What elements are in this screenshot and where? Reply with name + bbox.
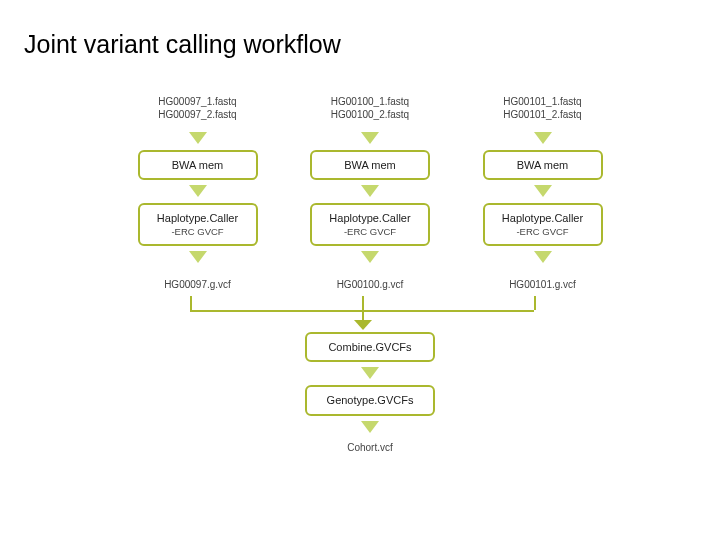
connector-line <box>534 296 536 310</box>
slide-title: Joint variant calling workflow <box>24 30 341 59</box>
hc-title: Haplotype.Caller <box>489 211 597 225</box>
arrow-down-icon <box>361 251 379 263</box>
fastq-file: HG00101_1.fastq <box>503 95 581 108</box>
arrow-down-icon <box>354 320 372 330</box>
parallel-lanes: HG00097_1.fastq HG00097_2.fastq BWA mem … <box>130 95 610 292</box>
connector-line <box>362 296 364 310</box>
arrow-down-icon <box>189 185 207 197</box>
hc-title: Haplotype.Caller <box>316 211 424 225</box>
hc-step-2: Haplotype.Caller -ERC GVCF <box>310 203 430 246</box>
bwa-step-1: BWA mem <box>138 150 258 180</box>
arrow-down-icon <box>189 251 207 263</box>
lane-3: HG00101_1.fastq HG00101_2.fastq BWA mem … <box>475 95 610 292</box>
bwa-step-3: BWA mem <box>483 150 603 180</box>
fastq-file: HG00100_1.fastq <box>331 95 409 108</box>
connector-line <box>190 296 192 310</box>
fastq-file: HG00097_2.fastq <box>158 108 236 121</box>
input-files-3: HG00101_1.fastq HG00101_2.fastq <box>503 95 581 121</box>
hc-title: Haplotype.Caller <box>144 211 252 225</box>
final-output: Cohort.vcf <box>347 442 393 453</box>
hc-step-1: Haplotype.Caller -ERC GVCF <box>138 203 258 246</box>
hc-opt: -ERC GVCF <box>489 226 597 238</box>
lane-2: HG00100_1.fastq HG00100_2.fastq BWA mem … <box>303 95 438 292</box>
arrow-down-icon <box>361 367 379 379</box>
gvcf-output-3: HG00101.g.vcf <box>509 279 576 290</box>
workflow-diagram: HG00097_1.fastq HG00097_2.fastq BWA mem … <box>130 95 610 453</box>
arrow-down-icon <box>361 421 379 433</box>
fastq-file: HG00101_2.fastq <box>503 108 581 121</box>
hc-step-3: Haplotype.Caller -ERC GVCF <box>483 203 603 246</box>
input-files-2: HG00100_1.fastq HG00100_2.fastq <box>331 95 409 121</box>
gvcf-output-1: HG00097.g.vcf <box>164 279 231 290</box>
gvcf-output-2: HG00100.g.vcf <box>337 279 404 290</box>
combine-step: Combine.GVCFs <box>305 332 435 362</box>
arrow-down-icon <box>189 132 207 144</box>
arrow-down-icon <box>534 132 552 144</box>
fastq-file: HG00097_1.fastq <box>158 95 236 108</box>
arrow-down-icon <box>534 185 552 197</box>
lane-1: HG00097_1.fastq HG00097_2.fastq BWA mem … <box>130 95 265 292</box>
connector-line <box>362 310 364 320</box>
arrow-down-icon <box>361 185 379 197</box>
joint-steps: Combine.GVCFs Genotype.GVCFs Cohort.vcf <box>130 332 610 453</box>
genotype-step: Genotype.GVCFs <box>305 385 435 415</box>
bwa-step-2: BWA mem <box>310 150 430 180</box>
merge-connector <box>130 296 610 332</box>
arrow-down-icon <box>534 251 552 263</box>
arrow-down-icon <box>361 132 379 144</box>
fastq-file: HG00100_2.fastq <box>331 108 409 121</box>
input-files-1: HG00097_1.fastq HG00097_2.fastq <box>158 95 236 121</box>
hc-opt: -ERC GVCF <box>144 226 252 238</box>
hc-opt: -ERC GVCF <box>316 226 424 238</box>
